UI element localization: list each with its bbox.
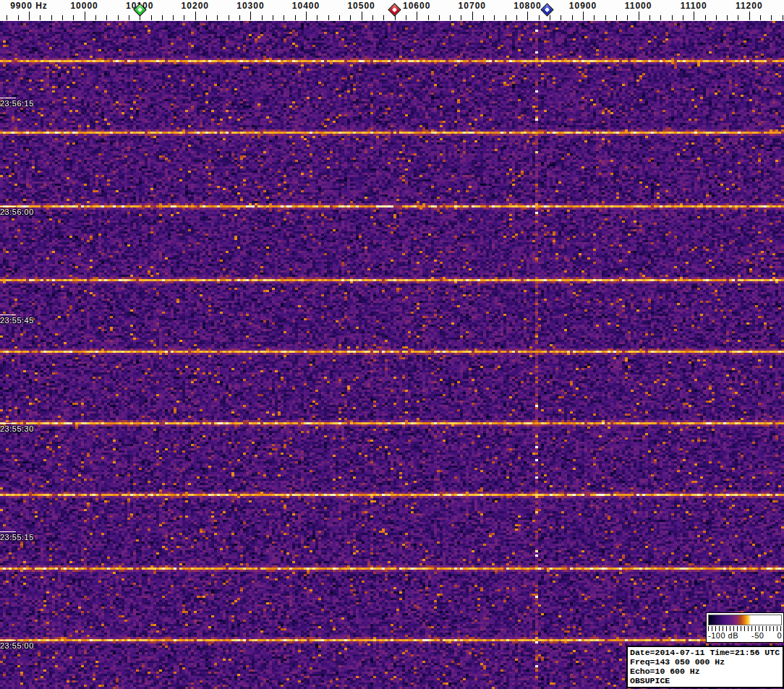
freq-tick (694, 12, 694, 20)
info-rx-frequency: Freq=143 050 000 Hz (630, 657, 780, 667)
freq-tick (40, 15, 41, 20)
freq-tick (184, 15, 184, 20)
info-date-time: Date=2014-07-11 Time=21:56 UTC (630, 648, 780, 657)
frequency-marker-blue-diamond[interactable] (540, 3, 553, 16)
freq-tick-label: 11100 (681, 1, 707, 11)
freq-tick-label: 10400 (292, 1, 320, 11)
amplitude-color-scale: -100 dB -50 0 (706, 612, 784, 643)
freq-tick (771, 15, 772, 20)
freq-tick (727, 15, 728, 20)
color-gradient-bar (708, 615, 782, 625)
freq-tick (250, 12, 251, 20)
freq-tick (572, 15, 573, 20)
spectrogram-screen: 9900 Hz100001010010200103001040010500106… (0, 0, 784, 689)
freq-tick-label: 10600 (403, 1, 430, 11)
legend-label-mid: -50 (751, 631, 764, 641)
freq-tick (317, 15, 318, 20)
freq-tick (217, 15, 218, 20)
freq-tick (738, 15, 738, 20)
frequency-marker-red-diamond[interactable] (388, 3, 401, 16)
freq-tick (339, 15, 340, 20)
time-label: 23:55:30 (0, 424, 34, 433)
time-tick: 23:55:15 (0, 531, 34, 542)
freq-tick (118, 15, 119, 20)
freq-tick (450, 15, 451, 20)
waterfall-display[interactable] (0, 21, 784, 689)
time-tick: 23:55:30 (0, 423, 34, 433)
freq-tick (627, 15, 628, 20)
freq-tick (660, 15, 661, 20)
time-tick-line (0, 206, 16, 207)
marker-center-dot (137, 7, 142, 12)
time-label: 23:56:15 (0, 99, 34, 108)
legend-label-min: -100 dB (708, 631, 738, 641)
freq-tick (506, 15, 506, 20)
freq-tick (173, 15, 174, 20)
freq-tick (516, 15, 517, 20)
time-label: 23:55:15 (0, 533, 34, 542)
freq-tick-label: 10000 (70, 1, 98, 11)
freq-tick-label: 10200 (182, 1, 209, 11)
freq-tick (583, 12, 584, 20)
freq-tick (605, 15, 606, 20)
freq-tick (284, 15, 284, 20)
color-scale-ticks (708, 626, 782, 631)
time-tick-line (0, 98, 16, 98)
freq-tick-label: 10900 (569, 1, 597, 11)
freq-tick (639, 12, 639, 20)
freq-tick (616, 15, 617, 20)
freq-tick (439, 15, 440, 20)
freq-tick (262, 15, 263, 20)
frequency-ruler[interactable]: 9900 Hz100001010010200103001040010500106… (0, 0, 784, 21)
freq-tick-label: 9900 Hz (10, 1, 48, 11)
freq-tick (239, 15, 240, 20)
time-tick-line (0, 640, 16, 641)
time-tick-line (0, 531, 16, 532)
freq-tick-label: 11000 (625, 1, 652, 11)
freq-tick (716, 15, 717, 20)
freq-tick (7, 15, 7, 20)
freq-tick (62, 15, 63, 20)
freq-tick (550, 15, 550, 20)
freq-tick (649, 15, 650, 20)
freq-tick-label: 11200 (736, 1, 763, 11)
freq-tick (760, 15, 761, 20)
freq-tick (672, 15, 673, 20)
freq-tick (306, 12, 307, 20)
marker-center-dot (392, 7, 397, 12)
freq-tick (29, 12, 30, 20)
time-label: 23:55:45 (0, 316, 34, 325)
freq-tick (362, 12, 362, 20)
time-tick-line (0, 314, 16, 315)
time-tick: 23:55:00 (0, 640, 34, 650)
freq-tick (206, 15, 207, 20)
freq-tick (18, 15, 19, 20)
freq-tick (494, 15, 495, 20)
freq-tick (428, 15, 429, 20)
time-tick: 23:56:15 (0, 98, 34, 108)
freq-tick (129, 15, 129, 20)
info-station-name: OBSUPICE (630, 676, 780, 685)
freq-tick (350, 15, 351, 20)
time-tick-line (0, 423, 16, 424)
freq-tick (594, 15, 595, 20)
freq-tick (162, 15, 163, 20)
freq-tick-label: 10500 (347, 1, 375, 11)
freq-tick (151, 15, 152, 20)
freq-tick (73, 15, 74, 20)
marker-center-dot (545, 7, 550, 12)
time-tick: 23:56:00 (0, 206, 34, 216)
freq-tick (106, 15, 107, 20)
freq-tick (95, 15, 96, 20)
freq-tick (406, 15, 406, 20)
freq-tick-label: 10800 (514, 1, 541, 11)
legend-label-max: 0 (777, 631, 782, 641)
freq-tick (472, 12, 473, 20)
freq-tick (295, 15, 296, 20)
freq-tick (683, 15, 683, 20)
time-label: 23:56:00 (0, 207, 34, 216)
freq-tick-label: 10300 (237, 1, 264, 11)
freq-tick (749, 12, 750, 20)
freq-tick (328, 15, 329, 20)
info-echo-offset: Echo=10 600 Hz (630, 667, 780, 676)
